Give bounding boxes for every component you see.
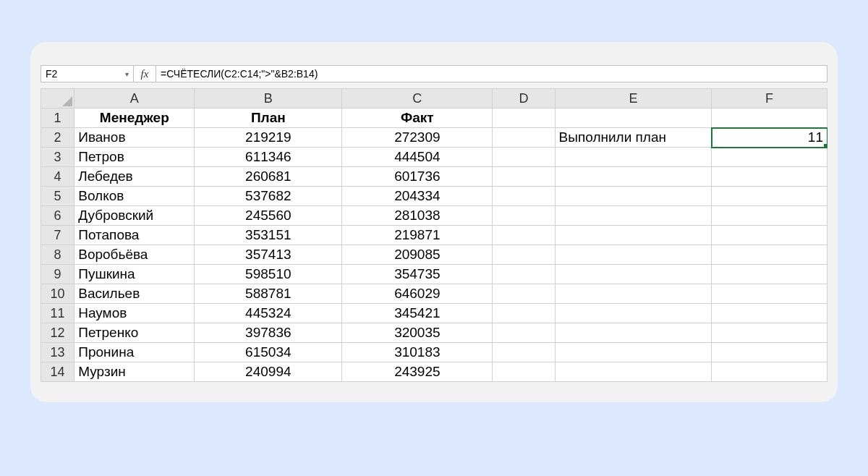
row-header[interactable]: 1 <box>41 109 75 128</box>
fx-icon[interactable]: fx <box>134 66 156 82</box>
row-header[interactable]: 13 <box>41 343 75 362</box>
cell-E7[interactable] <box>555 226 712 245</box>
cell-A9[interactable]: Пушкина <box>75 265 195 284</box>
spreadsheet-grid[interactable]: A B C D E F 1 Менеджер План Факт <box>41 88 827 382</box>
cell-B12[interactable]: 397836 <box>195 323 342 343</box>
cell-D3[interactable] <box>493 148 555 167</box>
cell-A12[interactable]: Петренко <box>75 323 195 343</box>
cell-B14[interactable]: 240994 <box>195 362 342 382</box>
cell-D5[interactable] <box>493 187 555 206</box>
cell-F12[interactable] <box>712 323 827 343</box>
formula-input[interactable] <box>156 66 827 82</box>
cell-B1[interactable]: План <box>195 109 342 128</box>
cell-C8[interactable]: 209085 <box>342 245 493 265</box>
cell-C14[interactable]: 243925 <box>342 362 493 382</box>
cell-A14[interactable]: Мурзин <box>75 362 195 382</box>
cell-E8[interactable] <box>555 245 712 265</box>
cell-C10[interactable]: 646029 <box>342 284 493 304</box>
row-header[interactable]: 2 <box>41 128 75 148</box>
cell-B10[interactable]: 588781 <box>195 284 342 304</box>
cell-D1[interactable] <box>493 109 555 128</box>
cell-C6[interactable]: 281038 <box>342 206 493 226</box>
col-header-C[interactable]: C <box>342 89 493 109</box>
cell-D8[interactable] <box>493 245 555 265</box>
col-header-D[interactable]: D <box>493 89 555 109</box>
cell-A1[interactable]: Менеджер <box>75 109 195 128</box>
cell-B3[interactable]: 611346 <box>195 148 342 167</box>
cell-C3[interactable]: 444504 <box>342 148 493 167</box>
cell-D9[interactable] <box>493 265 555 284</box>
cell-F4[interactable] <box>712 167 827 187</box>
cell-F7[interactable] <box>712 226 827 245</box>
cell-C4[interactable]: 601736 <box>342 167 493 187</box>
cell-A13[interactable]: Пронина <box>75 343 195 362</box>
cell-E1[interactable] <box>555 109 712 128</box>
cell-B4[interactable]: 260681 <box>195 167 342 187</box>
cell-D11[interactable] <box>493 304 555 323</box>
cell-A2[interactable]: Иванов <box>75 128 195 148</box>
row-header[interactable]: 8 <box>41 245 75 265</box>
row-header[interactable]: 6 <box>41 206 75 226</box>
cell-D14[interactable] <box>493 362 555 382</box>
row-header[interactable]: 14 <box>41 362 75 382</box>
cell-F10[interactable] <box>712 284 827 304</box>
cell-B8[interactable]: 357413 <box>195 245 342 265</box>
cell-D10[interactable] <box>493 284 555 304</box>
col-header-F[interactable]: F <box>712 89 827 109</box>
cell-B7[interactable]: 353151 <box>195 226 342 245</box>
cell-F13[interactable] <box>712 343 827 362</box>
cell-F5[interactable] <box>712 187 827 206</box>
cell-C2[interactable]: 272309 <box>342 128 493 148</box>
cell-B6[interactable]: 245560 <box>195 206 342 226</box>
cell-A3[interactable]: Петров <box>75 148 195 167</box>
cell-C5[interactable]: 204334 <box>342 187 493 206</box>
cell-A7[interactable]: Потапова <box>75 226 195 245</box>
cell-E6[interactable] <box>555 206 712 226</box>
cell-A4[interactable]: Лебедев <box>75 167 195 187</box>
cell-E10[interactable] <box>555 284 712 304</box>
row-header[interactable]: 7 <box>41 226 75 245</box>
cell-F6[interactable] <box>712 206 827 226</box>
cell-A6[interactable]: Дубровский <box>75 206 195 226</box>
cell-A11[interactable]: Наумов <box>75 304 195 323</box>
cell-B9[interactable]: 598510 <box>195 265 342 284</box>
cell-B11[interactable]: 445324 <box>195 304 342 323</box>
cell-D7[interactable] <box>493 226 555 245</box>
cell-E12[interactable] <box>555 323 712 343</box>
cell-F11[interactable] <box>712 304 827 323</box>
cell-F2[interactable]: 11 <box>712 128 827 148</box>
col-header-B[interactable]: B <box>195 89 342 109</box>
cell-F8[interactable] <box>712 245 827 265</box>
cell-B5[interactable]: 537682 <box>195 187 342 206</box>
row-header[interactable]: 11 <box>41 304 75 323</box>
row-header[interactable]: 3 <box>41 148 75 167</box>
cell-A8[interactable]: Воробьёва <box>75 245 195 265</box>
cell-D4[interactable] <box>493 167 555 187</box>
cell-F1[interactable] <box>712 109 827 128</box>
col-header-E[interactable]: E <box>555 89 712 109</box>
cell-C1[interactable]: Факт <box>342 109 493 128</box>
cell-E5[interactable] <box>555 187 712 206</box>
cell-E11[interactable] <box>555 304 712 323</box>
cell-F3[interactable] <box>712 148 827 167</box>
cell-C7[interactable]: 219871 <box>342 226 493 245</box>
cell-B2[interactable]: 219219 <box>195 128 342 148</box>
cell-F14[interactable] <box>712 362 827 382</box>
cell-E2[interactable]: Выполнили план <box>555 128 712 148</box>
cell-D6[interactable] <box>493 206 555 226</box>
cell-F9[interactable] <box>712 265 827 284</box>
cell-D13[interactable] <box>493 343 555 362</box>
chevron-down-icon[interactable]: ▾ <box>125 70 129 78</box>
cell-C13[interactable]: 310183 <box>342 343 493 362</box>
name-box[interactable]: F2 ▾ <box>41 66 134 82</box>
row-header[interactable]: 5 <box>41 187 75 206</box>
cell-E9[interactable] <box>555 265 712 284</box>
row-header[interactable]: 9 <box>41 265 75 284</box>
cell-D12[interactable] <box>493 323 555 343</box>
cell-C12[interactable]: 320035 <box>342 323 493 343</box>
cell-D2[interactable] <box>493 128 555 148</box>
cell-E3[interactable] <box>555 148 712 167</box>
cell-B13[interactable]: 615034 <box>195 343 342 362</box>
cell-E4[interactable] <box>555 167 712 187</box>
select-all-corner[interactable] <box>41 89 75 109</box>
